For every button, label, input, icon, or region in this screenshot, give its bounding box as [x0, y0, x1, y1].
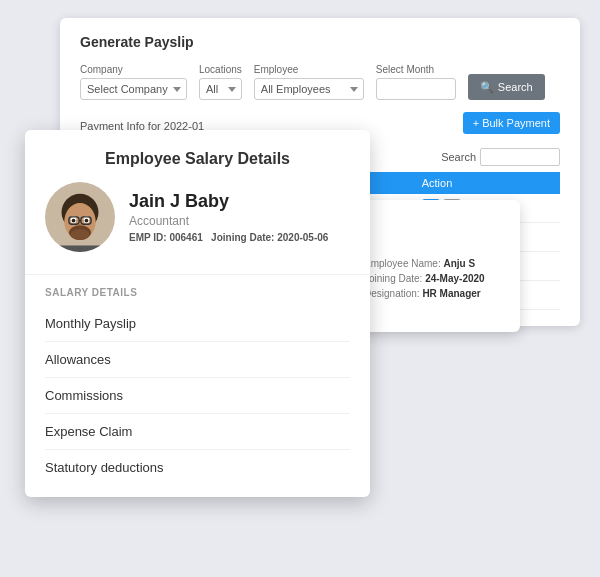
- salary-menu-item[interactable]: Statutory deductions: [45, 450, 350, 485]
- svg-point-4: [72, 219, 76, 223]
- employee-label: Employee: [254, 64, 364, 75]
- joining-date-label: Joining Date: 24-May-2020: [364, 273, 500, 284]
- bulk-payment-button[interactable]: + Bulk Payment: [463, 112, 560, 134]
- designation-label: Designation: HR Manager: [364, 288, 500, 299]
- employee-profile: Jain J Baby Accountant EMP ID: 006461 Jo…: [45, 182, 350, 252]
- month-field: Select Month 2022-01: [376, 64, 456, 100]
- table-search-input[interactable]: [480, 148, 560, 166]
- salary-details-title: Employee Salary Details: [45, 150, 350, 168]
- employee-field: Employee All Employees: [254, 64, 364, 100]
- search-button[interactable]: 🔍 Search: [468, 74, 545, 100]
- employee-name: Jain J Baby: [129, 191, 328, 212]
- salary-menu-item[interactable]: Monthly Payslip: [45, 306, 350, 342]
- employee-salary-panel: Employee Salary Details: [25, 130, 370, 497]
- salary-menu: Monthly PayslipAllowancesCommissionsExpe…: [45, 306, 350, 485]
- employee-info: Jain J Baby Accountant EMP ID: 006461 Jo…: [129, 191, 328, 243]
- salary-header: Employee Salary Details: [25, 130, 370, 275]
- salary-section-title: SALARY DETAILS: [45, 287, 350, 298]
- location-field: Locations All: [199, 64, 242, 100]
- table-search-control: Search: [441, 148, 560, 166]
- salary-menu-item[interactable]: Allowances: [45, 342, 350, 378]
- employee-select[interactable]: All Employees: [254, 78, 364, 100]
- svg-rect-11: [57, 246, 103, 252]
- location-label: Locations: [199, 64, 242, 75]
- emp-id-row: EMP ID: 006461 Joining Date: 2020-05-06: [129, 232, 328, 243]
- col-action: Action: [414, 172, 560, 194]
- salary-menu-item[interactable]: Expense Claim: [45, 414, 350, 450]
- month-input[interactable]: 2022-01: [376, 78, 456, 100]
- company-field: Company Select Company: [80, 64, 187, 100]
- svg-point-10: [71, 229, 89, 240]
- salary-body: SALARY DETAILS Monthly PayslipAllowances…: [25, 275, 370, 497]
- month-label: Select Month: [376, 64, 456, 75]
- emp-name-label: Employee Name: Anju S: [364, 258, 500, 269]
- generate-payslip-title: Generate Payslip: [80, 34, 560, 50]
- location-select[interactable]: All: [199, 78, 242, 100]
- avatar: [45, 182, 115, 252]
- company-select[interactable]: Select Company: [80, 78, 187, 100]
- salary-menu-item[interactable]: Commissions: [45, 378, 350, 414]
- company-label: Company: [80, 64, 187, 75]
- search-icon: 🔍: [480, 81, 494, 94]
- svg-point-5: [85, 219, 89, 223]
- employee-designation: Accountant: [129, 214, 328, 228]
